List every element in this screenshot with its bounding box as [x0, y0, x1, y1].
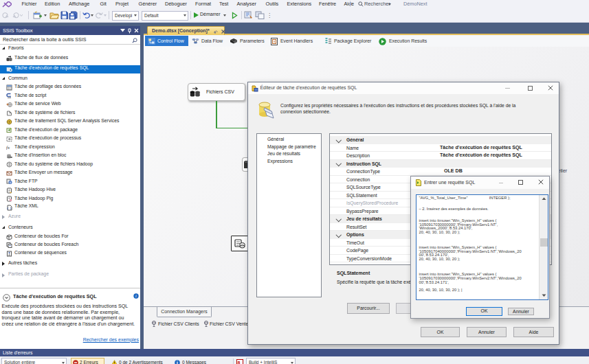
svg-text:8: 8 — [238, 360, 241, 364]
svg-text:fx: fx — [6, 145, 10, 150]
